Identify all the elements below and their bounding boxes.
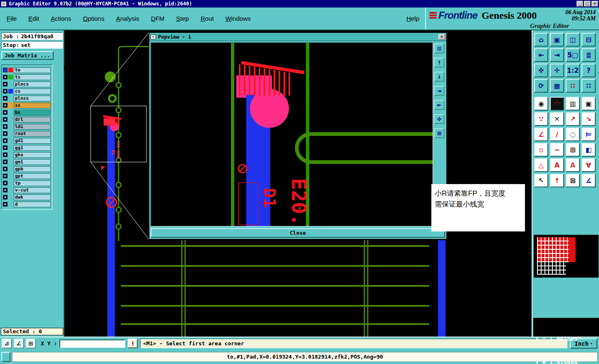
zoom-center-button[interactable]: ✛ [550,64,564,77]
shape-fill-button[interactable]: ◧ [582,143,596,157]
layer-name-button[interactable]: gm1 [14,159,51,165]
layer-checkbox[interactable] [3,89,7,93]
zoom-margins-button[interactable]: ✜ [534,64,548,77]
layer-name-button[interactable]: to [14,67,51,73]
text-outline-button[interactable]: A [550,158,564,172]
measure-b-button[interactable]: ↘ [582,112,596,126]
popview-canvas[interactable]: E20. D1 [151,42,433,226]
snap-corner-button[interactable]: ⊿ [2,339,12,348]
layer-name-button[interactable]: plncs [14,81,51,87]
view-tile-button[interactable]: ◫ [566,33,580,47]
layer-checkbox[interactable] [3,160,7,164]
text-fill-button[interactable]: A [566,158,580,172]
array-copy-button[interactable]: ⊞ [566,143,580,157]
menu-actions[interactable]: Actions [51,15,71,22]
zoom-ratio-button[interactable]: 1:2 [566,64,580,77]
flip-tool-button[interactable]: ⊨ [582,128,596,141]
pad-tool-button[interactable]: ▣ [582,97,596,111]
menu-file[interactable]: File [7,15,17,22]
layer-checkbox[interactable] [3,145,7,150]
layer-checkbox[interactable] [3,138,7,143]
menu-rout[interactable]: Rout [200,15,214,22]
circle-tool-button[interactable]: ○ [566,128,580,141]
grid-toggle-button[interactable]: ▦ [550,79,564,93]
layer-checkbox[interactable] [3,117,7,122]
popview-titlebar[interactable]: ✕ Popview - 1 ✕ [149,33,446,41]
layer-checkbox[interactable] [3,152,7,157]
layer-checkbox[interactable] [3,202,7,207]
zoom-extents-button[interactable]: ✜ [434,114,444,124]
view-home-button[interactable]: ⌂ [534,33,548,47]
arc-tool-button[interactable]: ◠ [550,97,564,111]
slope-tool-button[interactable]: ∕ [550,128,564,141]
layer-checkbox[interactable] [3,195,7,199]
layer-checkbox[interactable] [3,124,7,129]
layer-name-button[interactable]: tp [14,180,51,186]
job-matrix-button[interactable]: Job Matrix ... [1,51,54,60]
alert-button[interactable]: ! [128,339,138,348]
layer-name-button[interactable]: ts [14,74,51,80]
layer-name-button[interactable]: bs [14,110,51,116]
zoom-window-button[interactable]: ⊞ [434,128,444,138]
delete-tool-button[interactable]: ✕ [550,112,564,126]
layer-name-button[interactable]: gg1 [14,145,51,151]
layer-checkbox[interactable] [3,110,7,115]
layer-checkbox[interactable] [3,103,7,108]
popview-close-button[interactable]: Close [151,228,445,238]
layer-checkbox[interactable] [3,174,7,178]
layer-name-button[interactable]: gko [14,152,51,158]
menu-windows[interactable]: Windows [225,15,251,22]
hatch-tool-button[interactable]: ▥ [566,97,580,111]
layer-checkbox[interactable] [3,96,7,101]
layer-name-button[interactable]: drl [14,117,51,123]
layer-name-button[interactable]: ldi [14,124,51,130]
footer-handle[interactable] [1,352,10,362]
layer-name-button[interactable]: ss [14,103,51,108]
cursor-window-button[interactable]: ⊠ [566,174,580,187]
layer-checkbox[interactable] [3,181,7,185]
menu-edit[interactable]: Edit [28,15,39,22]
layer-name-button[interactable]: d [14,202,51,207]
layer-checkbox[interactable] [3,188,7,192]
pan-left-button[interactable]: ⇤ [434,100,444,110]
layer-checkbox[interactable] [3,75,7,79]
layer-name-button[interactable]: v-cut [14,187,51,193]
erase-line-button[interactable]: − [550,143,564,157]
cursor-snap-button[interactable]: ↑ [550,174,564,187]
maximize-button[interactable]: □ [584,1,591,7]
view-prev-button[interactable]: ⇤ [534,48,548,62]
minimize-button[interactable]: _ [577,1,583,7]
pan-down-button[interactable]: ↓ [434,72,444,81]
select-point-button[interactable]: ◉ [534,97,548,111]
angle-tool-button[interactable]: ∠ [534,128,548,141]
cursor-angle-button[interactable]: ∡ [582,174,596,187]
xy-input[interactable] [59,339,125,348]
main-canvas[interactable]: E20-4A60 D1 [64,30,532,337]
zoom-5x-button[interactable]: 5□ [566,48,580,62]
net-list-button[interactable]: ∵ [534,112,548,126]
layer-name-button[interactable]: plnss [14,96,51,101]
redraw-button[interactable]: ⟳ [534,79,548,93]
layer-stack-button[interactable]: ≣ [582,48,596,62]
layer-checkbox[interactable] [3,131,7,136]
popview-grab-button[interactable]: ⊡ [434,44,444,53]
layer-checkbox[interactable] [3,167,7,171]
layer-name-button[interactable]: rout [14,131,51,137]
grid-button[interactable]: ⊞ [26,339,36,348]
pad-swap-button[interactable]: ▫ [534,143,548,157]
text-frame-button[interactable]: △ [534,158,548,172]
layer-name-button[interactable]: cs [14,89,51,94]
snap-angle-button[interactable]: ∠ [14,339,24,348]
close-button[interactable]: ✕ [592,1,598,7]
layer-name-button[interactable]: gpb [14,166,51,172]
menu-step[interactable]: Step [176,15,189,22]
layer-name-button[interactable]: gpt [14,173,51,179]
text-rotate-button[interactable]: ∀ [582,158,596,172]
menu-options[interactable]: Options [83,15,104,22]
view-split-button[interactable]: ⊟ [582,33,596,47]
menu-help[interactable]: Help [406,15,419,22]
menu-analysis[interactable]: Analysis [116,15,139,22]
cursor-standard-button[interactable]: ↖ [534,174,548,187]
menu-dfm[interactable]: DFM [151,15,165,22]
popview-close-icon[interactable]: ✕ [438,34,445,40]
